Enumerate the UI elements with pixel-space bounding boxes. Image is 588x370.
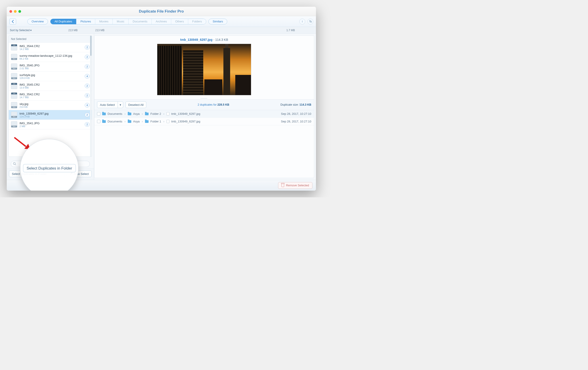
list-item[interactable]: IMG_3545.CR213.9 MB2 (9, 81, 92, 91)
preview-size: 114.3 KB (215, 38, 228, 42)
duplicate-count-badge: 2 (85, 113, 90, 117)
list-item[interactable]: sunny-meadow-landscape_1112-134.jpg84.2 … (9, 52, 92, 62)
duplicate-filename: tmb_130949_6297.jpg (171, 120, 200, 123)
tab-pictures[interactable]: Pictures (76, 19, 95, 24)
file-name: IMG_3542.CR2 (20, 93, 83, 96)
list-item[interactable]: IMG_3544.CR214.2 MB2 (9, 43, 92, 52)
app-window: Duplicate File Finder Pro Overview All D… (7, 7, 316, 191)
duplicate-count-badge: 2 (85, 122, 90, 127)
size-pictures: 213 MB (95, 29, 105, 32)
duplicate-count-badge: 2 (85, 93, 90, 98)
row-checkbox[interactable] (97, 120, 100, 123)
duplicate-count-badge: 2 (85, 45, 90, 50)
category-tabs: All DuplicatesPicturesMoviesMusicDocumen… (50, 19, 206, 24)
close-button[interactable] (10, 10, 12, 13)
row-checkbox[interactable] (97, 112, 100, 116)
file-size: 13.9 MB (20, 86, 83, 89)
list-item[interactable]: tmb_130949_6297.jpg114.3 KB2 (9, 110, 92, 120)
duplicate-size-label: Duplicate size: 114.3 KB (280, 103, 311, 106)
group-header: Not Selected (9, 36, 92, 43)
file-thumbnail (11, 112, 17, 118)
svg-line-1 (15, 164, 16, 165)
tab-folders[interactable]: Folders (188, 19, 206, 24)
sort-dropdown[interactable]: Sort by Selected ▾ (10, 29, 32, 32)
file-thumbnail (11, 83, 17, 89)
list-item[interactable]: surfstyle.jpg128.8 KB4 (9, 72, 92, 81)
zoom-button[interactable] (18, 10, 21, 13)
file-thumbnail (11, 73, 17, 79)
duplicate-file-rows: Documents › Asya › Folder 2 › tmb_130949… (94, 110, 314, 178)
file-thumbnail (11, 121, 17, 128)
file-thumbnail (11, 64, 17, 70)
titlebar: Duplicate File Finder Pro (7, 7, 316, 16)
file-thumbnail (11, 92, 17, 99)
list-item[interactable]: sky.jpg214 KB4 (9, 100, 92, 110)
deselect-all-button[interactable]: Deselect All (126, 101, 147, 108)
duplicate-count-badge: 2 (85, 55, 90, 59)
rss-icon[interactable] (307, 19, 313, 24)
tab-documents[interactable]: Documents (129, 19, 152, 24)
auto-select-dropdown[interactable]: ▾ (118, 101, 123, 108)
folder-icon (145, 113, 148, 115)
file-name: IMG_3541.JPG (20, 121, 83, 125)
auto-select-detail-button[interactable]: Auto Select (97, 101, 118, 108)
trash-icon (282, 184, 284, 187)
traffic-lights (10, 10, 21, 13)
minimize-button[interactable] (14, 10, 17, 13)
search-input[interactable] (11, 161, 90, 167)
list-item[interactable]: IMG_3541.JPG2 MB2 (9, 120, 92, 129)
file-name: tmb_130949_6297.jpg (20, 112, 83, 115)
scrollbar-thumb[interactable] (90, 36, 92, 56)
folder-icon (102, 120, 106, 123)
duplicate-count-label: 2 duplicates for 228.5 KB (148, 103, 278, 106)
sidebar: Not Selected IMG_3544.CR214.2 MB2sunny-m… (7, 34, 94, 180)
preview-image (157, 44, 251, 95)
duplicate-row[interactable]: Documents › Asya › Folder 1 › tmb_130949… (94, 118, 314, 125)
size-similars: 1.7 MB (286, 29, 295, 32)
file-thumbnail (11, 102, 17, 108)
list-item[interactable]: IMG_3540.JPG2.01 MB2 (9, 62, 92, 72)
info-icon[interactable]: i (299, 19, 305, 24)
footer: Remove Selected (7, 180, 316, 191)
file-size: 14.7 MB (20, 96, 83, 99)
folder-icon (128, 120, 131, 123)
duplicate-row[interactable]: Documents › Asya › Folder 2 › tmb_130949… (94, 110, 314, 118)
wand-icon (69, 172, 73, 176)
tab-archives[interactable]: Archives (152, 19, 171, 24)
similars-button[interactable]: Similars (208, 19, 227, 24)
auto-select-button[interactable]: Auto Select (67, 170, 92, 177)
tab-movies[interactable]: Movies (95, 19, 113, 24)
file-icon (167, 120, 169, 123)
overview-button[interactable]: Overview (27, 19, 48, 24)
search-bar (7, 159, 94, 168)
preview-filename: tmb_130949_6297.jpg (180, 38, 212, 42)
size-all-duplicates: 213 MB (68, 29, 78, 32)
tab-others[interactable]: Others (171, 19, 188, 24)
folder-icon (102, 113, 106, 115)
file-name: IMG_3540.JPG (20, 64, 83, 67)
file-thumbnail (11, 54, 17, 60)
file-size: 2.01 MB (20, 67, 83, 70)
file-size: 2 MB (20, 125, 83, 128)
detail-panel: tmb_130949_6297.jpg - 114.3 KB •••••• Au… (94, 35, 314, 178)
file-list[interactable]: IMG_3544.CR214.2 MB2sunny-meadow-landsca… (9, 43, 92, 156)
toolbar: Overview All DuplicatesPicturesMoviesMus… (7, 16, 316, 27)
list-item[interactable]: IMG_3542.CR214.7 MB2 (9, 91, 92, 100)
window-title: Duplicate File Finder Pro (21, 9, 302, 14)
main-area: Not Selected IMG_3544.CR214.2 MB2sunny-m… (7, 34, 316, 180)
folder-icon (145, 120, 148, 123)
file-size: 14.2 MB (20, 48, 83, 50)
tab-all-duplicates[interactable]: All Duplicates (50, 19, 76, 24)
file-name: sunny-meadow-landscape_1112-134.jpg (20, 54, 83, 57)
file-size: 84.2 KB (20, 57, 83, 60)
folder-icon (128, 113, 131, 115)
tab-music[interactable]: Music (113, 19, 129, 24)
select-duplicates-in-folder-button[interactable]: Select Duplicates in Folder (9, 170, 65, 177)
file-name: IMG_3545.CR2 (20, 83, 83, 86)
back-button[interactable] (10, 18, 16, 25)
duplicate-count-badge: 2 (85, 84, 90, 88)
file-date: Sep 28, 2017, 10:27:10 (281, 112, 311, 116)
remove-selected-button[interactable]: Remove Selected (278, 182, 312, 189)
split-handle[interactable]: •••••• (94, 98, 314, 99)
preview-header: tmb_130949_6297.jpg - 114.3 KB (94, 36, 314, 44)
